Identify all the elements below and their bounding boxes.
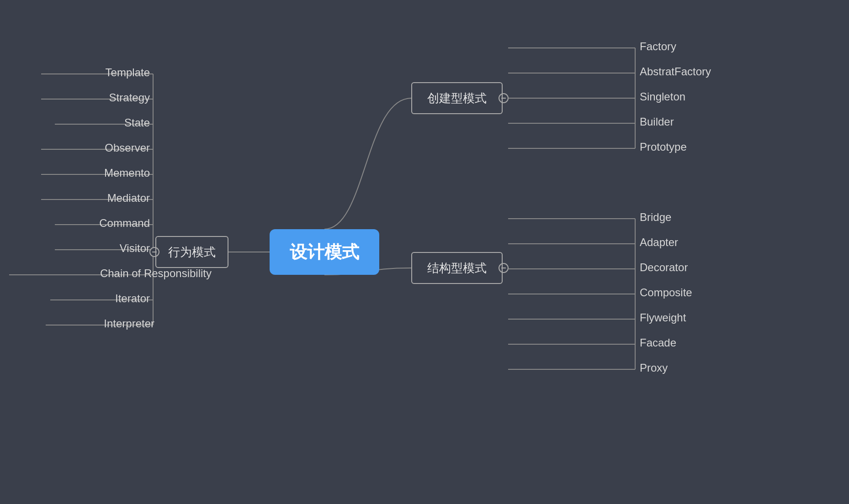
- creational-label: 创建型模式: [427, 90, 487, 106]
- leaf-bridge: Bridge: [640, 211, 671, 224]
- leaf-adapter: Adapter: [640, 236, 678, 249]
- leaf-abstract-factory: AbstratFactory: [640, 65, 711, 78]
- behavior-node[interactable]: 行为模式: [155, 236, 228, 268]
- center-node[interactable]: 设计模式: [270, 229, 379, 275]
- leaf-proxy: Proxy: [640, 362, 668, 374]
- leaf-interpreter: Interpreter: [104, 317, 154, 330]
- center-label: 设计模式: [290, 241, 359, 264]
- leaf-decorator: Decorator: [640, 261, 688, 274]
- leaf-flyweight: Flyweight: [640, 311, 686, 324]
- leaf-singleton: Singleton: [640, 90, 685, 103]
- leaf-prototype: Prototype: [640, 141, 687, 153]
- structural-label: 结构型模式: [427, 260, 487, 276]
- leaf-iterator: Iterator: [115, 292, 150, 305]
- leaf-template: Template: [106, 66, 150, 79]
- leaf-facade: Facade: [640, 336, 676, 349]
- behavior-label: 行为模式: [168, 244, 216, 260]
- leaf-command: Command: [99, 217, 150, 230]
- leaf-state: State: [124, 116, 150, 129]
- leaf-composite: Composite: [640, 286, 692, 299]
- leaf-chain: Chain of Responsibility: [100, 267, 212, 280]
- structural-node[interactable]: 结构型模式: [411, 252, 503, 284]
- leaf-visitor: Visitor: [120, 242, 150, 255]
- leaf-observer: Observer: [105, 142, 150, 154]
- leaf-mediator: Mediator: [107, 192, 150, 205]
- leaf-builder: Builder: [640, 116, 674, 128]
- leaf-factory: Factory: [640, 40, 676, 53]
- leaf-memento: Memento: [104, 167, 150, 179]
- creational-node[interactable]: 创建型模式: [411, 82, 503, 114]
- leaf-strategy: Strategy: [109, 91, 150, 104]
